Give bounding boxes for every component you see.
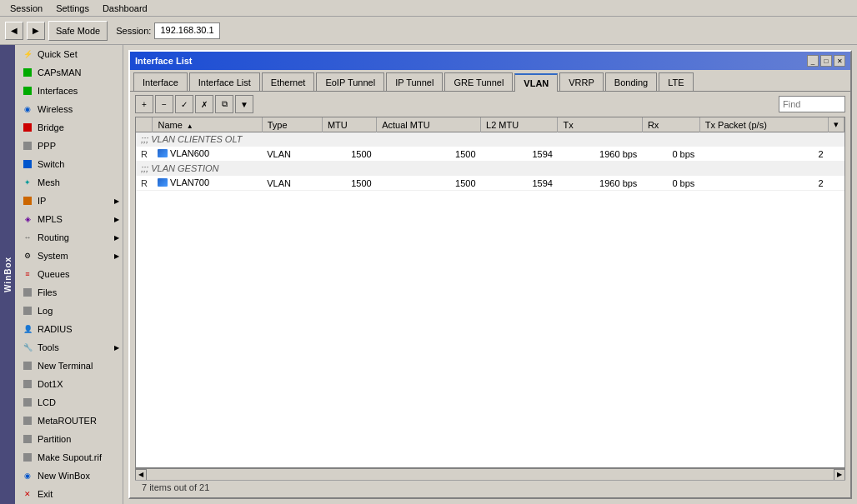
tab-interface[interactable]: Interface	[133, 72, 188, 91]
col-header-actual-mtu[interactable]: Actual MTU	[377, 117, 481, 132]
sidebar-item-capsman[interactable]: CAPsMAN	[15, 63, 123, 82]
sidebar-item-exit[interactable]: ✕ Exit	[15, 485, 123, 503]
sidebar-item-files[interactable]: Files	[15, 283, 123, 302]
exit-icon: ✕	[22, 488, 33, 500]
tools-icon: 🔧	[22, 342, 33, 353]
sidebar-item-label: Make Supout.rif	[38, 452, 102, 462]
sidebar-item-new-terminal[interactable]: New Terminal	[15, 357, 123, 375]
row-tx-packet: 2	[699, 147, 828, 162]
tab-ethernet[interactable]: Ethernet	[262, 72, 315, 91]
sidebar-item-radius[interactable]: 👤 RADIUS	[15, 320, 123, 338]
sidebar-item-wireless[interactable]: ◉ Wireless	[15, 100, 123, 118]
row-extra	[829, 176, 844, 191]
table-header-row: Name ▲ Type MTU Actual MTU L2 MTU Tx Rx …	[136, 117, 844, 132]
sidebar-item-label: Partition	[38, 434, 71, 444]
disable-button[interactable]: ✗	[195, 95, 213, 113]
col-header-mtu[interactable]: MTU	[322, 117, 376, 132]
window-minimize-button[interactable]: _	[807, 55, 819, 67]
forward-button[interactable]: ▶	[27, 22, 45, 40]
sidebar-item-label: Interfaces	[38, 86, 78, 96]
row-name: VLAN600	[153, 147, 262, 162]
vlan-interface-icon	[158, 149, 168, 157]
col-header-more[interactable]: ▾	[829, 117, 844, 132]
sidebar-item-label: Routing	[38, 232, 69, 242]
tab-vrrp[interactable]: VRRP	[559, 72, 604, 91]
row-mtu: 1500	[322, 147, 376, 162]
sidebar-item-label: Tools	[38, 342, 59, 352]
filter-button[interactable]: ▼	[235, 95, 253, 113]
menu-dashboard[interactable]: Dashboard	[96, 2, 154, 15]
row-extra	[829, 147, 844, 162]
col-header-tx[interactable]: Tx	[558, 117, 642, 132]
sidebar-item-bridge[interactable]: Bridge	[15, 118, 123, 137]
safe-mode-button[interactable]: Safe Mode	[48, 21, 108, 41]
window-title: Interface List	[135, 56, 192, 66]
sidebar-item-mesh[interactable]: ✦ Mesh	[15, 173, 123, 192]
sidebar-item-switch[interactable]: Switch	[15, 155, 123, 173]
col-header-name[interactable]: Name ▲	[153, 117, 262, 132]
dot1x-icon	[22, 378, 33, 390]
scroll-right-button[interactable]: ▶	[834, 469, 845, 481]
sidebar-item-label: Quick Set	[38, 49, 78, 59]
sidebar-item-queues[interactable]: ≡ Queues	[15, 265, 123, 283]
tab-interface-list[interactable]: Interface List	[189, 72, 260, 91]
interface-table: Name ▲ Type MTU Actual MTU L2 MTU Tx Rx …	[136, 117, 844, 191]
tab-bonding[interactable]: Bonding	[605, 72, 657, 91]
sidebar-item-ppp[interactable]: PPP	[15, 137, 123, 155]
quick-set-icon: ⚡	[22, 48, 33, 60]
window-maximize-button[interactable]: □	[820, 55, 832, 67]
tab-vlan[interactable]: VLAN	[514, 73, 558, 92]
row-actual-mtu: 1500	[377, 176, 481, 191]
menu-settings[interactable]: Settings	[49, 2, 96, 15]
table-group-header: ;;; VLAN GESTION	[136, 162, 844, 176]
add-button[interactable]: +	[135, 95, 153, 113]
sidebar-item-log[interactable]: Log	[15, 302, 123, 320]
col-header-rx[interactable]: Rx	[642, 117, 699, 132]
sidebar-item-label: System	[38, 251, 68, 261]
table-row[interactable]: R VLAN600 VLAN 1500 1500 1594 1960 bps 0…	[136, 147, 844, 162]
sidebar-item-system[interactable]: ⚙ System	[15, 247, 123, 265]
sidebar-item-make-supout[interactable]: Make Supout.rif	[15, 448, 123, 467]
sidebar-item-label: Log	[38, 306, 53, 316]
back-button[interactable]: ◀	[5, 22, 23, 40]
table-row[interactable]: R VLAN700 VLAN 1500 1500 1594 1960 bps 0…	[136, 176, 844, 191]
menubar: Session Settings Dashboard	[0, 0, 857, 17]
window-close-button[interactable]: ✕	[834, 55, 845, 67]
tab-lte[interactable]: LTE	[659, 72, 693, 91]
menu-session[interactable]: Session	[3, 2, 49, 15]
sidebar-item-interfaces[interactable]: Interfaces	[15, 82, 123, 100]
remove-button[interactable]: −	[155, 95, 173, 113]
sidebar-item-tools[interactable]: 🔧 Tools	[15, 338, 123, 357]
sidebar-item-new-winbox[interactable]: ◉ New WinBox	[15, 467, 123, 485]
sidebar-item-lcd[interactable]: LCD	[15, 393, 123, 412]
sidebar-item-dot1x[interactable]: Dot1X	[15, 375, 123, 393]
sidebar-item-routing[interactable]: ↔ Routing	[15, 228, 123, 247]
scroll-left-button[interactable]: ◀	[135, 469, 147, 481]
sidebar-item-ip[interactable]: IP	[15, 192, 123, 210]
sidebar-item-label: LCD	[38, 397, 56, 407]
sidebar-item-partition[interactable]: Partition	[15, 430, 123, 448]
scroll-track[interactable]	[147, 471, 834, 479]
tab-gre-tunnel[interactable]: GRE Tunnel	[444, 72, 513, 91]
col-header-type[interactable]: Type	[262, 117, 322, 132]
enable-button[interactable]: ✓	[175, 95, 193, 113]
col-header-tx-packet[interactable]: Tx Packet (p/s)	[699, 117, 828, 132]
sidebar-item-mpls[interactable]: ◈ MPLS	[15, 210, 123, 228]
interface-table-container[interactable]: Name ▲ Type MTU Actual MTU L2 MTU Tx Rx …	[135, 117, 845, 468]
main-toolbar: ◀ ▶ Safe Mode Session: 192.168.30.1	[0, 17, 857, 45]
sidebar-item-label: CAPsMAN	[38, 67, 82, 77]
row-tx: 1960 bps	[558, 147, 642, 162]
col-header-marker[interactable]	[136, 117, 153, 132]
sidebar-item-quick-set[interactable]: ⚡ Quick Set	[15, 45, 123, 63]
vlan-interface-icon	[158, 178, 168, 187]
copy-button[interactable]: ⧉	[215, 95, 233, 113]
col-header-l2-mtu[interactable]: L2 MTU	[481, 117, 558, 132]
tab-ip-tunnel[interactable]: IP Tunnel	[386, 72, 443, 91]
ppp-icon	[22, 140, 33, 152]
session-value: 192.168.30.1	[154, 22, 219, 39]
tab-eoip-tunnel[interactable]: EoIP Tunnel	[316, 72, 384, 91]
winbox-label: WinBox	[0, 45, 15, 504]
row-marker: R	[136, 147, 153, 162]
search-input[interactable]	[779, 96, 845, 112]
sidebar-item-metarouter[interactable]: MetaROUTER	[15, 412, 123, 430]
